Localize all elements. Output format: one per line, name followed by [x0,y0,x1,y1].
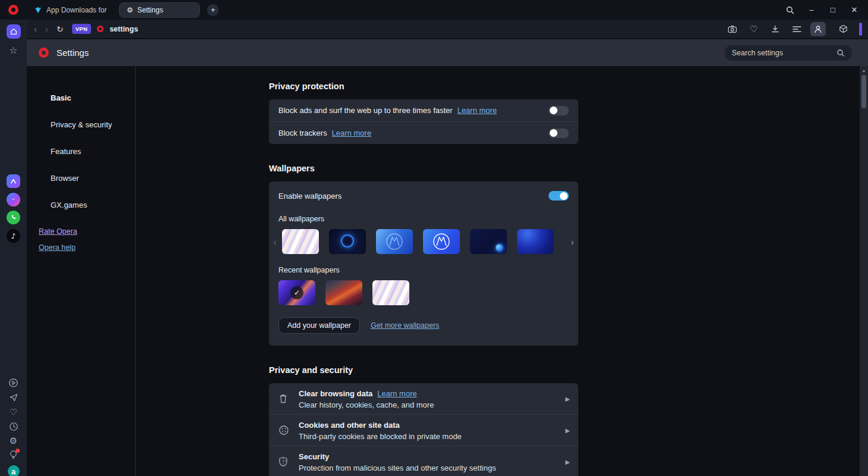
heart-icon: ♡ [10,407,17,418]
security-row[interactable]: Security Protection from malicious sites… [269,446,578,476]
address-text[interactable]: settings [109,25,138,33]
back-button[interactable]: ‹ [34,24,37,33]
nav-item-privacy-security[interactable]: Privacy & security [51,120,135,129]
wallpaper-thumb-purple-swirl-selected[interactable]: ✓ [278,280,315,305]
sidebar-messenger-button[interactable] [0,193,27,206]
aria-icon [7,174,20,188]
trash-icon [278,393,299,404]
scrollbar-up-arrow[interactable]: ▲ [860,66,868,73]
clock-icon [9,422,18,431]
sidebar-whatsapp-button[interactable] [0,211,27,224]
opera-logo-icon [39,48,49,58]
cookies-row[interactable]: Cookies and other site data Third-party … [269,415,578,446]
get-more-wallpapers-link[interactable]: Get more wallpapers [371,321,439,330]
cube-icon [839,24,848,33]
row-title: Clear browsing data [299,389,372,398]
opera-browser-window: App Downloads for Wind ⚙ Settings + – □ … [0,0,868,476]
clear-browsing-data-row[interactable]: Clear browsing dataLearn more Clear hist… [269,383,578,414]
settings-page: Settings Basic Privacy & security Featur… [27,38,868,476]
profile-button[interactable] [810,22,826,36]
enable-wallpapers-label: Enable wallpapers [278,192,341,201]
page-scrollbar[interactable]: ▲ [860,66,868,476]
wallpaper-thumb-mountain-bright[interactable] [423,229,460,254]
scrollbar-thumb[interactable] [861,75,866,108]
block-ads-toggle[interactable] [549,106,569,115]
chevron-left-icon[interactable]: ‹ [271,237,278,247]
sidebar-favorites-button[interactable]: ♡ [0,407,27,418]
block-ads-label: Block ads and surf the web up to three t… [278,106,453,115]
amazon-icon: a [8,465,20,476]
wallpaper-thumb-dark-globe[interactable] [470,229,507,254]
downloads-button[interactable] [767,22,783,36]
tab-app-downloads[interactable]: App Downloads for Wind [27,2,115,18]
settings-search[interactable] [725,45,852,61]
enable-wallpapers-toggle[interactable] [549,191,569,201]
block-trackers-toggle[interactable] [549,129,569,138]
messenger-icon [7,193,20,206]
settings-header: Settings [27,39,868,66]
sidebar-tiktok-button[interactable]: ♪ [0,229,27,243]
opera-logo-icon [8,5,18,15]
nav-item-gx-games[interactable]: GX.games [51,201,135,209]
whatsapp-icon [7,211,20,224]
wallpaper-thumb-pastel-stripes[interactable] [282,229,319,254]
rate-opera-link[interactable]: Rate Opera [39,227,135,236]
sidebar-whats-new-button[interactable] [0,450,27,460]
sidebar-amazon-button[interactable]: a [0,465,27,476]
person-icon [814,25,822,33]
cookie-icon [278,425,299,436]
sidebar-player-button[interactable] [0,378,27,388]
sidebar-flow-button[interactable] [0,393,27,402]
nav-item-features[interactable]: Features [51,147,135,156]
opera-help-link[interactable]: Opera help [39,243,135,252]
tab-title: App Downloads for Wind [46,6,108,14]
new-tab-button[interactable]: + [207,4,219,16]
maximize-button[interactable]: □ [829,5,837,14]
wallpapers-card: Enable wallpapers All wallpapers ‹ [269,181,578,346]
minimize-button[interactable]: – [807,5,816,14]
nav-item-basic[interactable]: Basic [51,93,135,102]
sidebar-home-button[interactable] [0,24,27,39]
privacy-protection-card: Block ads and surf the web up to three t… [269,99,578,144]
section-heading-privacy-protection: Privacy protection [269,82,578,91]
learn-more-link[interactable]: Learn more [457,106,497,115]
wallpaper-actions: Add your wallpaper Get more wallpapers [269,305,578,336]
wallpaper-thumb-race-car[interactable] [325,280,362,305]
section-heading-wallpapers: Wallpapers [269,164,578,173]
block-trackers-label: Block trackers [278,129,327,137]
wallpaper-thumb-pastel-stripes[interactable] [372,280,409,305]
block-trackers-row: Block trackers Learn more [269,122,578,144]
add-wallpaper-button[interactable]: Add your wallpaper [278,317,360,334]
wallpaper-thumb-mountain-light[interactable] [376,229,413,254]
nav-item-browser[interactable]: Browser [51,174,135,183]
snapshot-button[interactable] [725,22,740,36]
sidebar-panel-indicator[interactable] [859,23,862,36]
learn-more-link[interactable]: Learn more [377,389,416,398]
row-subtitle: Protection from malicious sites and othe… [299,464,560,472]
bookmark-heart-button[interactable]: ♡ [746,22,762,36]
section-heading-privacy-security: Privacy and security [269,365,578,375]
sidebar-history-button[interactable] [0,422,27,431]
easy-setup-button[interactable] [789,22,804,36]
sidebar-bookmarks-button[interactable]: ☆ [0,45,27,56]
forward-button[interactable]: › [45,24,48,33]
extensions-cube-button[interactable] [835,22,851,36]
learn-more-link[interactable]: Learn more [332,129,371,137]
enable-wallpapers-row: Enable wallpapers [269,181,578,210]
address-toolbar: ‹ › ↻ VPN settings ♡ [27,20,868,38]
vpn-badge[interactable]: VPN [72,24,91,34]
settings-search-input[interactable] [732,49,836,57]
chevron-right-icon[interactable]: › [569,237,576,247]
opera-menu-button[interactable] [0,5,27,15]
wallpaper-thumb-glowing-ring[interactable] [329,229,366,254]
tab-settings[interactable]: ⚙ Settings [119,2,200,18]
row-subtitle: Clear history, cookies, cache, and more [299,400,560,409]
wallpaper-thumb-blue-swirl[interactable] [517,229,554,254]
search-icon[interactable] [786,6,794,14]
reload-button[interactable]: ↻ [57,24,64,34]
close-button[interactable]: ✕ [850,5,858,14]
sidebar-settings-button[interactable]: ⚙ [0,436,27,446]
row-title: Security [299,452,329,461]
sidebar-aria-button[interactable] [0,174,27,188]
block-ads-row: Block ads and surf the web up to three t… [269,99,578,121]
